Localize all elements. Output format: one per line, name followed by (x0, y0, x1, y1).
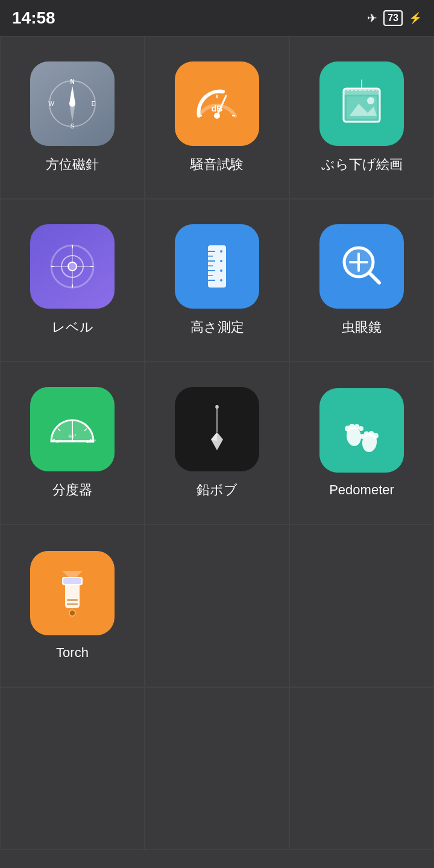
svg-point-9 (214, 113, 220, 119)
noise-icon: dB (175, 61, 259, 146)
app-cell-height[interactable]: 高さ測定 (145, 199, 289, 362)
compass-label: 方位磁針 (46, 156, 99, 174)
plumb-icon (175, 387, 259, 471)
app-cell-empty-4 (145, 687, 289, 850)
svg-point-38 (220, 250, 222, 253)
app-cell-hangpicture[interactable]: ぶら下げ絵画 (289, 36, 434, 199)
hangpicture-icon (319, 61, 404, 146)
app-cell-magnifier[interactable]: 虫眼鏡 (289, 199, 434, 362)
svg-text:90°: 90° (68, 433, 77, 439)
svg-rect-16 (344, 89, 380, 95)
app-cell-empty-5 (289, 687, 434, 850)
svg-text:S: S (71, 123, 75, 130)
torch-icon (30, 551, 115, 635)
app-cell-torch[interactable]: Torch (0, 524, 145, 687)
status-time: 14:58 (12, 8, 55, 28)
svg-point-59 (215, 405, 219, 409)
svg-point-3 (69, 101, 75, 107)
hangpicture-label: ぶら下げ絵画 (321, 156, 403, 174)
app-cell-pedometer[interactable]: Pedometer (289, 362, 434, 524)
svg-rect-75 (67, 599, 78, 601)
svg-text:180°: 180° (86, 439, 96, 444)
app-cell-noise[interactable]: dB 騒音試験 (145, 36, 289, 199)
battery-charging-icon: ⚡ (409, 11, 422, 25)
svg-line-45 (370, 273, 379, 283)
app-grid: N E S W 方位磁針 dB (0, 36, 434, 868)
svg-text:dB: dB (212, 104, 223, 113)
app-cell-level[interactable]: レベル (0, 199, 145, 362)
app-cell-plumb[interactable]: 鉛ボブ (145, 362, 289, 524)
magnifier-label: 虫眼鏡 (342, 318, 382, 336)
protractor-icon: 90° 0° 180° (30, 387, 115, 471)
svg-point-74 (69, 610, 75, 616)
compass-icon: N E S W (30, 61, 115, 146)
pedometer-icon (319, 388, 404, 473)
svg-point-25 (68, 262, 77, 271)
battery-level: 73 (388, 13, 398, 23)
svg-text:E: E (92, 101, 96, 107)
svg-point-40 (220, 269, 222, 272)
app-cell-protractor[interactable]: 90° 0° 180° 分度器 (0, 362, 145, 524)
svg-text:0°: 0° (56, 439, 61, 444)
app-cell-empty-1 (145, 524, 289, 687)
svg-point-39 (220, 260, 222, 262)
svg-text:N: N (70, 78, 74, 85)
app-cell-compass[interactable]: N E S W 方位磁針 (0, 36, 145, 199)
torch-label: Torch (56, 645, 89, 661)
svg-rect-76 (67, 603, 78, 605)
status-icons: ✈ 73 ⚡ (367, 10, 422, 26)
svg-text:W: W (48, 101, 54, 107)
svg-point-20 (367, 97, 374, 104)
plumb-label: 鉛ボブ (197, 481, 237, 499)
height-icon (175, 224, 259, 309)
svg-point-64 (359, 426, 363, 431)
svg-point-69 (373, 433, 379, 439)
protractor-label: 分度器 (52, 481, 92, 499)
height-label: 高さ測定 (190, 318, 244, 336)
level-icon (30, 224, 115, 309)
pedometer-label: Pedometer (329, 482, 394, 498)
level-label: レベル (52, 318, 93, 336)
noise-label: 騒音試験 (190, 156, 244, 174)
status-bar: 14:58 ✈ 73 ⚡ (0, 0, 434, 36)
svg-point-41 (220, 279, 222, 281)
magnifier-icon (319, 224, 404, 309)
svg-rect-73 (63, 578, 81, 584)
app-cell-empty-3 (0, 687, 145, 850)
airplane-icon: ✈ (367, 11, 377, 25)
battery-indicator: 73 (383, 10, 403, 26)
app-cell-empty-2 (289, 524, 434, 687)
